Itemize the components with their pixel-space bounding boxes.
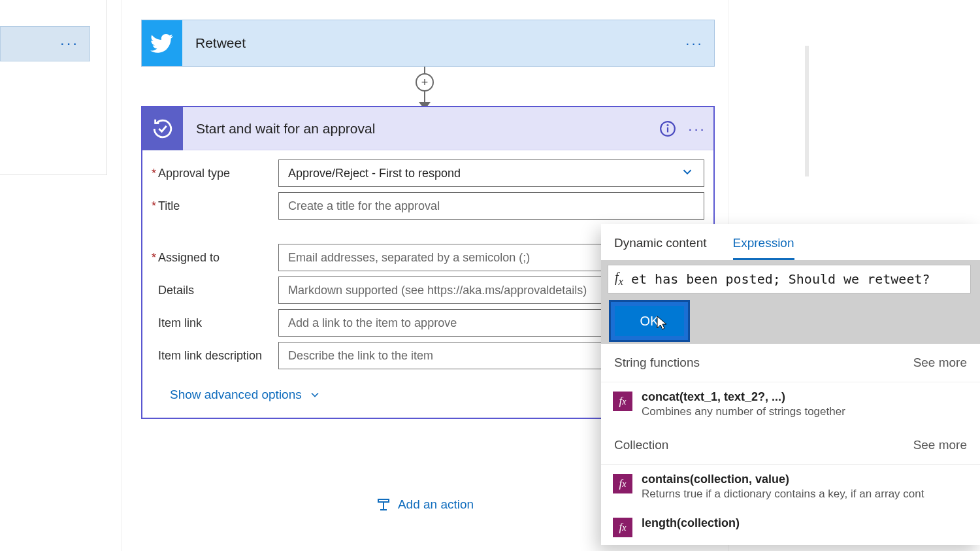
section-title: Collection xyxy=(614,438,668,452)
ok-button[interactable]: OK xyxy=(615,306,684,336)
approval-type-select[interactable]: Approve/Reject - First to respond xyxy=(278,159,704,187)
add-step-button[interactable]: + xyxy=(416,73,434,92)
see-more-link[interactable]: See more xyxy=(913,438,967,452)
info-icon[interactable] xyxy=(655,116,681,142)
twitter-icon xyxy=(142,20,182,66)
insert-action-icon xyxy=(376,497,391,512)
svg-point-2 xyxy=(667,125,668,125)
details-label: Details xyxy=(158,284,278,297)
chevron-down-icon xyxy=(308,388,321,401)
item-link-label: Item link xyxy=(158,316,278,330)
show-advanced-label: Show advanced options xyxy=(170,388,302,402)
see-more-link[interactable]: See more xyxy=(913,356,967,370)
function-signature: concat(text_1, text_2?, ...) xyxy=(642,390,845,404)
collapsed-trigger-card[interactable]: ... xyxy=(0,26,90,61)
function-description: Returns true if a dictionary contains a … xyxy=(642,488,924,501)
tab-dynamic-content[interactable]: Dynamic content xyxy=(614,236,707,260)
function-signature: length(collection) xyxy=(642,516,740,530)
approval-type-value: Approve/Reject - First to respond xyxy=(288,167,461,180)
chevron-down-icon xyxy=(680,165,694,182)
item-link-desc-label: Item link description xyxy=(158,349,278,363)
fx-icon: fx xyxy=(613,392,632,411)
right-divider xyxy=(805,46,809,176)
card-title: Start and wait for an approval xyxy=(183,121,655,137)
assigned-to-label: Assigned to xyxy=(158,251,278,265)
function-signature: contains(collection, value) xyxy=(642,473,924,486)
title-label: Title xyxy=(158,199,278,213)
cursor-icon xyxy=(654,314,670,332)
function-concat[interactable]: fx concat(text_1, text_2?, ...) Combines… xyxy=(601,382,980,426)
section-collection: Collection See more xyxy=(601,426,980,465)
title-input[interactable]: Create a title for the approval xyxy=(278,192,704,220)
approval-type-label: Approval type xyxy=(158,167,278,180)
expression-input[interactable]: fx et has been posted; Should we retweet… xyxy=(608,265,971,293)
fx-icon: fx xyxy=(613,518,632,537)
function-length[interactable]: fx length(collection) xyxy=(601,509,980,545)
approval-card-header[interactable]: Start and wait for an approval ... xyxy=(142,107,713,150)
svg-rect-3 xyxy=(378,499,389,502)
retweet-action-card[interactable]: Retweet ... xyxy=(141,20,715,67)
section-string-functions: String functions See more xyxy=(601,344,980,382)
approval-icon xyxy=(142,107,183,150)
fx-icon: fx xyxy=(615,270,623,288)
function-contains[interactable]: fx contains(collection, value) Returns t… xyxy=(601,465,980,509)
add-action-button[interactable]: Add an action xyxy=(376,497,474,512)
ellipsis-icon[interactable]: ... xyxy=(675,32,714,49)
expression-panel: Dynamic content Expression fx et has bee… xyxy=(601,224,980,545)
left-panel: ... xyxy=(0,0,107,175)
function-description: Combines any number of strings together xyxy=(642,405,845,418)
section-title: String functions xyxy=(614,356,700,370)
ok-button-focus-ring: OK xyxy=(609,300,690,342)
expression-text: et has been posted; Should we retweet? xyxy=(631,271,930,287)
tab-expression[interactable]: Expression xyxy=(733,236,794,260)
card-title: Retweet xyxy=(182,35,675,51)
add-action-label: Add an action xyxy=(398,497,474,512)
ellipsis-icon[interactable]: ... xyxy=(681,118,713,135)
fx-icon: fx xyxy=(613,474,632,493)
